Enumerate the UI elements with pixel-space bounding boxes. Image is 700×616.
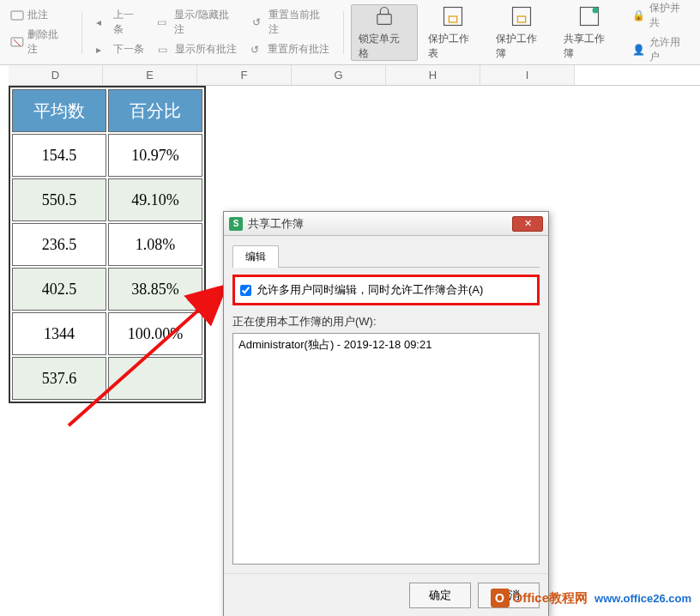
col-header[interactable]: E	[103, 65, 197, 85]
cell[interactable]: 154.5	[12, 134, 106, 177]
table-header[interactable]: 平均数	[12, 89, 106, 132]
close-icon: ✕	[524, 218, 532, 229]
protect-workbook-button[interactable]: 保护工作簿	[489, 4, 553, 61]
watermark-url: www.office26.com	[594, 592, 691, 605]
svg-rect-1	[11, 38, 23, 46]
ribbon-group-protect-extra: 🔒保护并共 👤允许用户	[625, 0, 697, 66]
comment-icon	[10, 9, 24, 21]
ribbon-group-nav: ◂上一条 ▭显示/隐藏批注 ↺重置当前批注 ▸下一条 ▭显示所有批注 ↺重置所有…	[89, 6, 336, 58]
ribbon-label: 批注	[27, 8, 48, 22]
cell[interactable]: 550.5	[12, 178, 106, 221]
separator	[343, 11, 344, 54]
cell[interactable]: 38.85%	[108, 268, 202, 311]
delete-comment-icon	[10, 36, 24, 48]
dialog-title: 共享工作簿	[248, 216, 512, 232]
cell[interactable]: 402.5	[12, 268, 106, 311]
checkbox-label: 允许多用户同时编辑，同时允许工作簿合并(A)	[256, 282, 483, 298]
cell[interactable]	[108, 357, 202, 400]
next-comment-icon: ▸	[96, 44, 110, 56]
dialog-body: 编辑 允许多用户同时编辑，同时允许工作簿合并(A) 正在使用本工作簿的用户(W)…	[224, 236, 548, 573]
reset-all-comments-button[interactable]: ↺重置所有批注	[247, 40, 333, 58]
reset-comment-button[interactable]: ↺重置当前批注	[249, 6, 334, 39]
allow-user-button[interactable]: 👤允许用户	[629, 33, 693, 66]
svg-rect-3	[377, 14, 391, 24]
lock-icon	[372, 4, 396, 28]
protect-share-button[interactable]: 🔒保护并共	[629, 0, 693, 32]
data-table: 平均数 百分比 154.510.97% 550.549.10% 236.51.0…	[9, 86, 206, 403]
watermark-brand: Office教程网	[513, 590, 588, 607]
toggle-comment-button[interactable]: ▭显示/隐藏批注	[154, 6, 241, 39]
spreadsheet: D E F G H I 平均数 百分比 154.510.97% 550.549.…	[0, 65, 700, 616]
show-all-comments-button[interactable]: ▭显示所有批注	[154, 40, 240, 58]
ribbon-group-comments: 批注 删除批注	[3, 6, 75, 58]
toggle-comment-icon: ▭	[157, 16, 171, 28]
users-label: 正在使用本工作簿的用户(W):	[232, 314, 540, 329]
watermark: O Office教程网 www.office26.com	[491, 589, 691, 607]
close-button[interactable]: ✕	[512, 216, 543, 232]
prev-comment-icon: ◂	[96, 16, 110, 28]
protect-workbook-icon	[510, 4, 534, 28]
ribbon-label: 重置当前批注	[269, 8, 329, 37]
table-header[interactable]: 百分比	[108, 89, 202, 132]
ribbon-label: 保护工作表	[428, 32, 479, 61]
ribbon-label: 显示所有批注	[175, 42, 237, 57]
reset-all-comments-icon: ↺	[250, 44, 264, 56]
app-icon: S	[229, 217, 243, 231]
highlight-annotation: 允许多用户同时编辑，同时允许工作簿合并(A)	[232, 275, 540, 305]
ribbon-label: 保护工作簿	[496, 32, 546, 61]
svg-line-2	[14, 39, 21, 46]
svg-point-9	[593, 7, 599, 13]
list-item[interactable]: Administrator(独占) - 2019-12-18 09:21	[238, 337, 534, 353]
reset-comment-icon: ↺	[252, 16, 266, 28]
svg-rect-0	[11, 11, 23, 20]
ribbon-label: 显示/隐藏批注	[174, 8, 238, 37]
cell[interactable]: 537.6	[12, 357, 106, 400]
ribbon-label: 下一条	[113, 42, 144, 57]
ribbon-toolbar: 批注 删除批注 ◂上一条 ▭显示/隐藏批注 ↺重置当前批注 ▸下一条 ▭显示所有…	[0, 0, 700, 65]
tab-edit[interactable]: 编辑	[232, 245, 279, 268]
share-workbook-button[interactable]: 共享工作簿	[557, 4, 621, 61]
allow-user-icon: 👤	[632, 44, 646, 56]
ok-button[interactable]: 确定	[409, 583, 471, 608]
column-headers-row: D E F G H I	[9, 65, 700, 86]
svg-rect-7	[517, 16, 525, 22]
ribbon-label: 锁定单元格	[359, 32, 409, 61]
watermark-icon: O	[491, 589, 510, 607]
col-header[interactable]: G	[292, 65, 386, 85]
tab-strip: 编辑	[232, 245, 540, 268]
ribbon-label: 保护并共	[649, 1, 690, 30]
col-header[interactable]: D	[9, 65, 103, 85]
protect-sheet-icon	[441, 4, 465, 28]
ribbon-label: 重置所有批注	[268, 42, 329, 57]
comment-button[interactable]: 批注	[7, 6, 71, 24]
separator	[81, 11, 82, 54]
share-workbook-icon	[577, 4, 601, 28]
ribbon-label: 允许用户	[649, 35, 690, 64]
allow-multi-edit-row[interactable]: 允许多用户同时编辑，同时允许工作簿合并(A)	[240, 282, 532, 298]
col-header[interactable]: H	[386, 65, 480, 85]
cell[interactable]: 236.5	[12, 223, 106, 266]
svg-rect-5	[450, 16, 457, 22]
prev-comment-button[interactable]: ◂上一条	[93, 6, 147, 39]
protect-sheet-button[interactable]: 保护工作表	[421, 4, 486, 61]
cell[interactable]: 1.08%	[108, 223, 202, 266]
cell[interactable]: 49.10%	[108, 178, 202, 221]
ribbon-label: 删除批注	[27, 27, 68, 57]
cell[interactable]: 1344	[12, 312, 106, 355]
next-comment-button[interactable]: ▸下一条	[93, 40, 148, 58]
col-header[interactable]: I	[480, 65, 575, 85]
lock-cell-button[interactable]: 锁定单元格	[351, 4, 417, 61]
delete-comment-button[interactable]: 删除批注	[7, 26, 71, 58]
col-header[interactable]: F	[197, 65, 292, 85]
ribbon-label: 上一条	[113, 8, 144, 37]
cell[interactable]: 100.00%	[108, 312, 202, 355]
ribbon-label: 共享工作簿	[564, 32, 614, 61]
show-all-comments-icon: ▭	[158, 44, 172, 56]
cell[interactable]: 10.97%	[108, 134, 202, 177]
users-listbox[interactable]: Administrator(独占) - 2019-12-18 09:21	[232, 333, 540, 565]
dialog-titlebar[interactable]: S 共享工作簿 ✕	[224, 212, 548, 236]
share-workbook-dialog: S 共享工作簿 ✕ 编辑 允许多用户同时编辑，同时允许工作簿合并(A) 正在使用…	[223, 211, 549, 616]
protect-share-icon: 🔒	[632, 9, 646, 21]
allow-multi-edit-checkbox[interactable]	[240, 285, 251, 296]
